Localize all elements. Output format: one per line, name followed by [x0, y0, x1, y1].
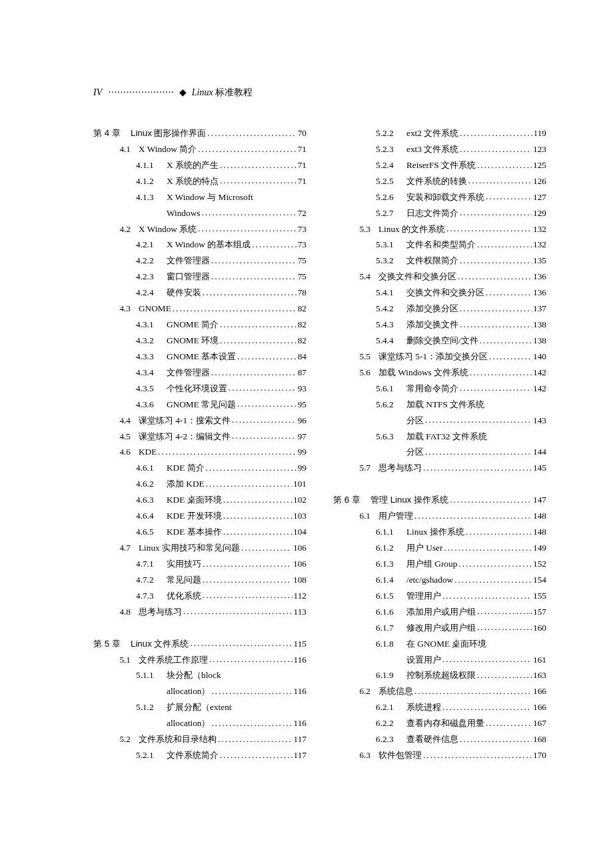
- toc-page: 166: [533, 699, 546, 715]
- toc-title: 在 GNOME 桌面环境: [406, 636, 486, 652]
- toc-leaders: [237, 398, 297, 407]
- toc-entry: 4.3.3GNOME 基本设置84: [93, 349, 306, 365]
- toc-entry: 5.7思考与练习145: [333, 460, 546, 476]
- toc-title: KDE 基本操作: [167, 524, 222, 540]
- toc-entry: 第 4 章Linux 图形操作界面70: [93, 125, 306, 141]
- toc-leaders: [223, 510, 292, 519]
- toc-leaders: [203, 574, 292, 583]
- toc-title: 删除交换空间/文件: [406, 333, 478, 349]
- toc-page: 95: [298, 397, 306, 413]
- toc-title: 优化系统: [167, 588, 201, 604]
- toc-number: 6.1.3: [376, 556, 398, 572]
- toc-number: 第 5 章: [93, 636, 123, 652]
- toc-entry-continuation: 设置用户161: [333, 652, 546, 668]
- toc-title: 系统信息: [378, 683, 413, 699]
- toc-leaders: [477, 159, 532, 168]
- toc-page: 106: [293, 556, 306, 572]
- toc-number: 4.3.6: [136, 397, 159, 413]
- toc-page: 116: [294, 652, 306, 668]
- toc-page: 167: [533, 715, 546, 731]
- toc-page: 137: [533, 301, 546, 317]
- toc-number: 6.3: [353, 747, 370, 763]
- toc-entry: 4.1.1X 系统的产生71: [93, 157, 306, 173]
- toc-leaders: [203, 558, 292, 567]
- toc-number: 4.6.2: [136, 476, 159, 492]
- toc-title: KDE: [139, 444, 157, 460]
- toc-page: 138: [533, 317, 546, 333]
- toc-entry: 5.4交换文件和交换分区136: [333, 269, 546, 285]
- toc-number: 5.4.2: [376, 301, 398, 317]
- toc-title: 查看硬件信息: [406, 731, 458, 747]
- toc-number: 4.7.1: [136, 556, 159, 572]
- toc-title: 加载 Windows 文件系统: [378, 365, 468, 381]
- toc-number: 4.2: [113, 221, 131, 237]
- toc-number: 5.4.3: [376, 317, 398, 333]
- toc-leaders: [468, 175, 532, 183]
- toc-title-cont: 设置用户: [406, 652, 441, 668]
- toc-entry: 6.2系统信息166: [333, 683, 546, 699]
- toc-page: 71: [298, 173, 306, 189]
- toc-page: 117: [294, 731, 306, 747]
- toc-number: 4.7.3: [136, 588, 159, 604]
- toc-title: X 系统的产生: [167, 157, 219, 173]
- toc-title: GNOME 常见问题: [167, 397, 236, 413]
- toc-page: 99: [298, 460, 306, 476]
- toc-number: 4.6: [113, 444, 131, 460]
- toc-entry: 6.2.1系统进程166: [333, 699, 546, 715]
- toc-title-cont: allocation）: [167, 715, 210, 731]
- toc-entry: 4.7.3优化系统112: [93, 588, 306, 604]
- toc-entry: 6.1.8在 GNOME 桌面环境: [333, 636, 546, 652]
- toc-number: 5.3.2: [376, 253, 398, 269]
- toc-page: 155: [533, 588, 546, 604]
- toc-spacer: [333, 476, 546, 492]
- toc-entry: 5.3.2文件权限简介135: [333, 253, 546, 269]
- toc-number: 4.7: [113, 540, 131, 556]
- toc-leaders: [220, 749, 293, 758]
- toc-entry: 5.4.1交换文件和交换分区136: [333, 285, 546, 301]
- toc-entry: 5.4.3添加交换文件138: [333, 317, 546, 333]
- toc-entry: 4.3.6GNOME 常见问题95: [93, 397, 306, 413]
- toc-title: 系统进程: [406, 699, 441, 715]
- toc-page: 135: [533, 253, 546, 269]
- toc-leaders: [220, 159, 297, 168]
- toc-title: 日志文件简介: [406, 205, 458, 221]
- toc-title: 文件管理器: [167, 365, 210, 381]
- toc-leaders: [198, 143, 296, 152]
- toc-entry-continuation: allocation）116: [93, 715, 306, 731]
- toc-leaders: [458, 558, 532, 567]
- toc-number: 5.4.1: [376, 285, 398, 301]
- toc-entry: 4.3.5个性化环境设置93: [93, 381, 306, 397]
- toc-page: 127: [533, 189, 546, 205]
- toc-number: 5.1: [113, 652, 131, 668]
- toc-entry: 4.3.4文件管理器87: [93, 365, 306, 381]
- toc-number: 4.3.4: [136, 365, 159, 381]
- toc-number: 4.1: [113, 141, 131, 157]
- toc-number: 4.2.3: [136, 269, 159, 285]
- toc-leaders: [460, 255, 532, 263]
- toc-page: 93: [298, 381, 306, 397]
- toc-number: 5.2.4: [376, 157, 398, 173]
- toc-title: 安装和卸载文件系统: [406, 189, 484, 205]
- toc-entry: 5.2.2ext2 文件系统119: [333, 125, 546, 141]
- toc-number: 4.4: [113, 413, 131, 429]
- toc-title: 加载 FAT32 文件系统: [406, 429, 487, 445]
- toc-leaders: [206, 478, 292, 487]
- toc-title: X 系统的特点: [167, 173, 219, 189]
- toc-title: Linux 文件系统: [131, 636, 189, 652]
- toc-entry: 5.3.1文件名和类型简介132: [333, 237, 546, 253]
- toc-number: 5.3: [353, 221, 370, 237]
- toc-leaders: [211, 271, 297, 279]
- toc-leaders: [480, 335, 532, 343]
- toc-title: 用户管理: [378, 508, 413, 524]
- toc-number: 6.1.7: [376, 620, 398, 636]
- toc-number: 6.1.6: [376, 604, 398, 620]
- toc-number: 4.5: [113, 429, 131, 445]
- toc-title: 添加用户或用户组: [406, 604, 476, 620]
- toc-number: 4.3.1: [136, 317, 159, 333]
- toc-number: 第 4 章: [93, 125, 123, 141]
- toc-leaders: [486, 191, 532, 199]
- toc-entry: 5.4.4删除交换空间/文件138: [333, 333, 546, 349]
- toc-entry: 5.2.3ext3 文件系统123: [333, 141, 546, 157]
- toc-page: 123: [533, 141, 546, 157]
- toc-entry: 4.6.2添加 KDE101: [93, 476, 306, 492]
